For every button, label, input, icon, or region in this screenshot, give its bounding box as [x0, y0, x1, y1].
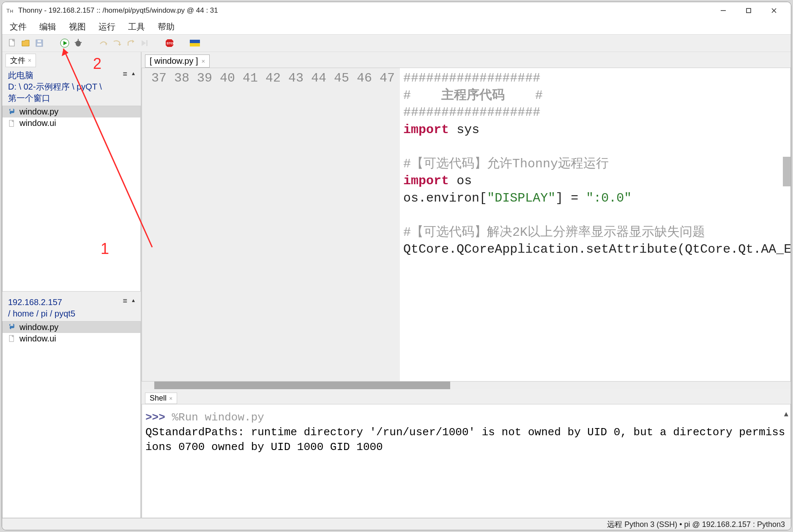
sidebar: 文件 × 此电脑D: \ 02-示例程序 \ pyQT \ 第一个窗口 ≡ ▴ …	[2, 52, 142, 518]
editor-tab[interactable]: [ window.py ] ×	[145, 55, 210, 68]
shell-output[interactable]: >>> %Run window.py QStandardPaths: runti…	[142, 404, 791, 518]
save-file-icon[interactable]	[34, 38, 44, 48]
editor-area: [ window.py ] × 37 38 39 40 41 42 43 44 …	[142, 52, 791, 518]
file-item[interactable]: window.ui	[3, 117, 140, 129]
menubar: 文件编辑视图运行工具帮助	[2, 19, 791, 34]
step-out-icon[interactable]	[126, 38, 136, 48]
main-area: 文件 × 此电脑D: \ 02-示例程序 \ pyQT \ 第一个窗口 ≡ ▴ …	[2, 52, 791, 518]
scroll-up-icon[interactable]: ▴	[130, 70, 137, 76]
svg-rect-19	[146, 40, 148, 46]
run-icon[interactable]	[60, 38, 70, 48]
open-file-icon[interactable]	[21, 38, 31, 48]
file-item[interactable]: window.py	[3, 106, 140, 117]
vertical-scrollbar[interactable]	[783, 157, 790, 186]
file-item[interactable]: window.py	[3, 322, 140, 333]
svg-point-26	[11, 325, 11, 325]
code-editor[interactable]: 37 38 39 40 41 42 43 44 45 46 47 #######…	[142, 68, 791, 382]
svg-marker-17	[132, 40, 134, 43]
code-content[interactable]: ################## # 主程序代码 # ###########…	[400, 68, 790, 381]
menu-运行[interactable]: 运行	[96, 19, 118, 34]
svg-rect-2	[747, 8, 751, 13]
horizontal-scrollbar[interactable]	[142, 382, 791, 389]
svg-rect-23	[190, 43, 200, 46]
svg-rect-8	[38, 40, 41, 42]
menu-工具[interactable]: 工具	[126, 19, 148, 34]
local-file-list[interactable]: window.pywindow.ui	[2, 106, 141, 292]
hamburger-icon[interactable]: ≡	[120, 297, 130, 306]
maximize-button[interactable]	[736, 2, 761, 19]
app-icon: Tʜ	[6, 6, 15, 15]
menu-文件[interactable]: 文件	[7, 19, 29, 34]
files-panel-tab-label: 文件	[10, 55, 25, 65]
scroll-up-icon[interactable]: ▴	[783, 407, 790, 415]
remote-path[interactable]: 192.168.2.157/ home / pi / pyqt5	[8, 297, 120, 319]
svg-text:Tʜ: Tʜ	[6, 8, 14, 14]
close-icon[interactable]: ×	[169, 395, 172, 402]
ukraine-flag-icon[interactable]	[190, 38, 200, 48]
svg-point-24	[11, 109, 11, 110]
file-name: window.py	[19, 107, 58, 117]
shell-tab-label: Shell	[150, 394, 167, 403]
interpreter-label[interactable]: 远程 Python 3 (SSH) • pi @ 192.168.2.157 :…	[607, 519, 785, 529]
debug-icon[interactable]	[73, 38, 83, 48]
files-panel-tab[interactable]: 文件 ×	[5, 54, 36, 67]
step-into-icon[interactable]	[112, 38, 122, 48]
local-files-panel: 此电脑D: \ 02-示例程序 \ pyQT \ 第一个窗口 ≡ ▴ windo…	[2, 67, 141, 292]
line-gutter: 37 38 39 40 41 42 43 44 45 46 47	[142, 68, 400, 381]
menu-帮助[interactable]: 帮助	[155, 19, 177, 34]
file-item[interactable]: window.ui	[3, 333, 140, 344]
svg-marker-18	[142, 40, 146, 46]
window-title: Thonny - 192.168.2.157 :: /home/pi/pyqt5…	[18, 6, 218, 15]
svg-rect-22	[190, 40, 200, 43]
menu-视图[interactable]: 视图	[66, 19, 88, 34]
titlebar: Tʜ Thonny - 192.168.2.157 :: /home/pi/py…	[2, 2, 791, 19]
resume-icon[interactable]	[139, 38, 149, 48]
svg-text:STOP: STOP	[167, 41, 175, 45]
file-name: window.ui	[19, 118, 56, 128]
close-icon[interactable]: ×	[28, 57, 31, 64]
close-button[interactable]	[761, 2, 787, 19]
file-name: window.ui	[19, 334, 56, 344]
local-path[interactable]: 此电脑D: \ 02-示例程序 \ pyQT \ 第一个窗口	[8, 70, 120, 104]
app-window: Tʜ Thonny - 192.168.2.157 :: /home/pi/py…	[2, 2, 791, 530]
file-name: window.py	[19, 322, 58, 332]
remote-file-list[interactable]: window.pywindow.ui	[2, 321, 141, 518]
editor-tab-label: [ window.py ]	[150, 56, 198, 66]
toolbar: STOP	[2, 34, 791, 52]
svg-rect-7	[37, 44, 41, 46]
close-icon[interactable]: ×	[202, 57, 205, 65]
remote-files-panel: 192.168.2.157/ home / pi / pyqt5 ≡ ▴ win…	[2, 294, 141, 518]
shell-tab[interactable]: Shell ×	[145, 393, 177, 404]
svg-marker-16	[118, 44, 121, 46]
stop-icon[interactable]: STOP	[164, 38, 175, 48]
svg-point-11	[76, 41, 81, 46]
minimize-button[interactable]	[711, 2, 736, 19]
step-over-icon[interactable]	[98, 38, 109, 48]
statusbar[interactable]: 远程 Python 3 (SSH) • pi @ 192.168.2.157 :…	[2, 518, 791, 530]
new-file-icon[interactable]	[7, 38, 17, 48]
scroll-up-icon[interactable]: ▴	[130, 297, 137, 303]
hamburger-icon[interactable]: ≡	[120, 70, 130, 79]
menu-编辑[interactable]: 编辑	[37, 19, 59, 34]
